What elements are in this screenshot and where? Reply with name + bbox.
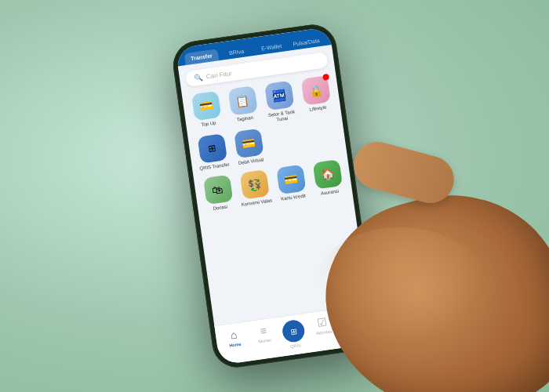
nav-aktivitas[interactable]: ☑ Aktivitas xyxy=(307,314,340,347)
home-label: Home xyxy=(229,342,242,348)
mutasi-label: Mutasi xyxy=(258,337,271,343)
kartu-kredit-label: Kartu Kredit xyxy=(281,193,306,202)
icon-konversi[interactable]: 💱 Konversi Valas xyxy=(236,169,273,207)
tab-briva[interactable]: BRIva xyxy=(219,44,254,60)
debit-virtual-label: Debit Virtual xyxy=(238,158,264,167)
icon-setor[interactable]: 🏧 Setor & Tarik Tunai xyxy=(261,80,299,125)
donasi-label: Donasi xyxy=(213,204,228,212)
lifestyle-badge xyxy=(322,74,329,81)
qris-transfer-label: QRIS Transfer xyxy=(199,162,230,172)
nav-akun[interactable]: 👤 Akun xyxy=(336,310,370,342)
tagihan-icon-box: 📋 xyxy=(227,85,257,115)
tab-pulsa[interactable]: Pulsa/Data xyxy=(289,34,324,51)
setor-icon-box: 🏧 xyxy=(264,81,294,111)
lifestyle-icon-box: 🔒 xyxy=(300,75,330,105)
kartu-kredit-icon-box: 💳 xyxy=(276,164,306,194)
nav-home[interactable]: ⌂ Home xyxy=(218,326,252,358)
topup-label: Top Up xyxy=(201,121,216,129)
topup-icon-box: 💳 xyxy=(191,91,220,121)
akun-icon: 👤 xyxy=(344,311,359,325)
icon-donasi[interactable]: 🛍 Donasi xyxy=(200,174,237,212)
home-icon: ⌂ xyxy=(230,328,238,341)
konversi-icon-box: 💱 xyxy=(239,169,269,199)
icon-debit-virtual[interactable]: 💳 Debit Virtual xyxy=(231,129,267,167)
icon-asuransi[interactable]: 🏠 Asuransi xyxy=(310,158,347,197)
donasi-icon-box: 🛍 xyxy=(202,174,232,204)
qris-label: QRIS xyxy=(290,343,301,349)
icon-qris-transfer[interactable]: ⊞ QRIS Transfer xyxy=(195,133,231,172)
asuransi-label: Asuransi xyxy=(320,188,339,196)
mutasi-icon: ≡ xyxy=(260,324,267,337)
akun-label: Akun xyxy=(348,325,358,332)
search-icon: 🔍 xyxy=(193,73,202,82)
aktivitas-icon: ☑ xyxy=(316,315,328,329)
nav-qris[interactable]: ⊞ QRIS xyxy=(277,318,311,350)
icon-kartu-kredit[interactable]: 💳 Kartu Kredit xyxy=(273,164,310,202)
tab-ewallet[interactable]: E-Wallet xyxy=(254,39,289,56)
icon-empty-2 xyxy=(304,118,340,157)
qris-icon: ⊞ xyxy=(281,318,306,343)
nav-mutasi[interactable]: ≡ Mutasi xyxy=(248,322,282,354)
icon-topup[interactable]: 💳 Top Up xyxy=(188,90,226,135)
tagihan-label: Tagihan xyxy=(237,115,254,123)
setor-label: Setor & Tarik Tunai xyxy=(265,109,299,125)
icon-tagihan[interactable]: 📋 Tagihan xyxy=(225,85,263,130)
debit-virtual-icon-box: 💳 xyxy=(234,129,264,158)
konversi-label: Konversi Valas xyxy=(241,198,272,208)
qris-transfer-icon-box: ⊞ xyxy=(197,134,227,164)
search-placeholder: Cari Fitur xyxy=(205,70,232,80)
aktivitas-label: Aktivitas xyxy=(315,329,332,336)
icon-lifestyle[interactable]: 🔒 Lifestyle xyxy=(298,75,336,120)
icon-empty-1 xyxy=(267,123,304,162)
asuransi-icon-box: 🏠 xyxy=(312,159,342,189)
tab-transfer[interactable]: Transfer xyxy=(184,49,220,65)
lifestyle-label: Lifestyle xyxy=(309,105,327,113)
